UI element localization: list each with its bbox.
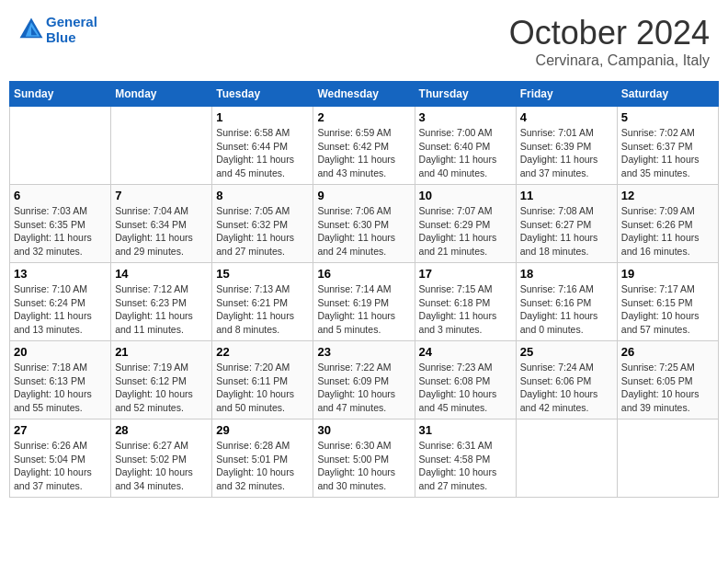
day-number: 20: [14, 345, 107, 359]
logo: General Blue: [18, 14, 97, 45]
page-header: General Blue October 2024 Cervinara, Cam…: [9, 9, 719, 74]
day-info: Sunrise: 7:24 AMSunset: 6:06 PMDaylight:…: [520, 361, 613, 415]
weekday-header: Saturday: [617, 82, 718, 107]
day-info: Sunrise: 7:04 AMSunset: 6:34 PMDaylight:…: [115, 204, 208, 259]
day-info: Sunrise: 7:07 AMSunset: 6:29 PMDaylight:…: [419, 204, 512, 259]
day-info: Sunrise: 7:01 AMSunset: 6:39 PMDaylight:…: [520, 126, 613, 180]
title-section: October 2024 Cervinara, Campania, Italy: [509, 14, 710, 69]
day-number: 9: [317, 189, 410, 202]
calendar-cell: [111, 107, 212, 185]
calendar-cell: 20Sunrise: 7:18 AMSunset: 6:13 PMDayligh…: [10, 341, 111, 419]
day-number: 24: [419, 345, 512, 359]
calendar-cell: 29Sunrise: 6:28 AMSunset: 5:01 PMDayligh…: [212, 419, 313, 498]
calendar-cell: 21Sunrise: 7:19 AMSunset: 6:12 PMDayligh…: [111, 341, 212, 419]
day-info: Sunrise: 7:16 AMSunset: 6:16 PMDaylight:…: [520, 282, 613, 337]
day-number: 13: [14, 267, 107, 281]
calendar-cell: 12Sunrise: 7:09 AMSunset: 6:26 PMDayligh…: [617, 185, 718, 263]
day-info: Sunrise: 7:25 AMSunset: 6:05 PMDaylight:…: [621, 361, 714, 415]
day-number: 10: [419, 189, 512, 202]
calendar-cell: 4Sunrise: 7:01 AMSunset: 6:39 PMDaylight…: [516, 107, 617, 185]
weekday-header: Sunday: [10, 82, 111, 107]
calendar-cell: 2Sunrise: 6:59 AMSunset: 6:42 PMDaylight…: [313, 107, 415, 185]
calendar-cell: 22Sunrise: 7:20 AMSunset: 6:11 PMDayligh…: [212, 341, 313, 419]
calendar-cell: 1Sunrise: 6:58 AMSunset: 6:44 PMDaylight…: [212, 107, 313, 185]
day-number: 11: [520, 189, 613, 202]
weekday-header: Tuesday: [212, 82, 313, 107]
day-info: Sunrise: 7:06 AMSunset: 6:30 PMDaylight:…: [317, 204, 410, 259]
day-info: Sunrise: 7:03 AMSunset: 6:35 PMDaylight:…: [14, 204, 107, 259]
month-title: October 2024: [509, 14, 710, 52]
day-number: 7: [115, 189, 208, 202]
calendar-cell: 3Sunrise: 7:00 AMSunset: 6:40 PMDaylight…: [415, 107, 516, 185]
calendar-cell: [516, 419, 617, 498]
day-info: Sunrise: 6:26 AMSunset: 5:04 PMDaylight:…: [14, 439, 107, 493]
day-number: 21: [115, 345, 208, 359]
day-info: Sunrise: 7:05 AMSunset: 6:32 PMDaylight:…: [216, 204, 309, 259]
day-number: 8: [216, 189, 309, 202]
day-number: 29: [216, 423, 309, 437]
day-info: Sunrise: 7:14 AMSunset: 6:19 PMDaylight:…: [317, 282, 410, 337]
calendar-week-row: 6Sunrise: 7:03 AMSunset: 6:35 PMDaylight…: [10, 185, 719, 263]
calendar-table: SundayMondayTuesdayWednesdayThursdayFrid…: [9, 81, 719, 498]
calendar-cell: 25Sunrise: 7:24 AMSunset: 6:06 PMDayligh…: [516, 341, 617, 419]
calendar-cell: 8Sunrise: 7:05 AMSunset: 6:32 PMDaylight…: [212, 185, 313, 263]
calendar-cell: 13Sunrise: 7:10 AMSunset: 6:24 PMDayligh…: [10, 263, 111, 341]
calendar-cell: [617, 419, 718, 498]
calendar-cell: [10, 107, 111, 185]
day-info: Sunrise: 7:19 AMSunset: 6:12 PMDaylight:…: [115, 361, 208, 415]
day-number: 26: [621, 345, 714, 359]
day-number: 18: [520, 267, 613, 281]
calendar-header-row: SundayMondayTuesdayWednesdayThursdayFrid…: [10, 82, 719, 107]
day-info: Sunrise: 7:15 AMSunset: 6:18 PMDaylight:…: [419, 282, 512, 337]
calendar-week-row: 27Sunrise: 6:26 AMSunset: 5:04 PMDayligh…: [10, 419, 719, 498]
day-info: Sunrise: 6:28 AMSunset: 5:01 PMDaylight:…: [216, 439, 309, 493]
day-info: Sunrise: 7:10 AMSunset: 6:24 PMDaylight:…: [14, 282, 107, 337]
day-info: Sunrise: 7:09 AMSunset: 6:26 PMDaylight:…: [621, 204, 714, 259]
day-number: 14: [115, 267, 208, 281]
calendar-cell: 24Sunrise: 7:23 AMSunset: 6:08 PMDayligh…: [415, 341, 516, 419]
day-number: 12: [621, 189, 714, 202]
day-info: Sunrise: 6:30 AMSunset: 5:00 PMDaylight:…: [317, 439, 410, 493]
calendar-cell: 5Sunrise: 7:02 AMSunset: 6:37 PMDaylight…: [617, 107, 718, 185]
logo-text: General Blue: [46, 14, 97, 45]
calendar-cell: 17Sunrise: 7:15 AMSunset: 6:18 PMDayligh…: [415, 263, 516, 341]
calendar-cell: 14Sunrise: 7:12 AMSunset: 6:23 PMDayligh…: [111, 263, 212, 341]
day-info: Sunrise: 7:20 AMSunset: 6:11 PMDaylight:…: [216, 361, 309, 415]
day-info: Sunrise: 6:27 AMSunset: 5:02 PMDaylight:…: [115, 439, 208, 493]
day-info: Sunrise: 7:22 AMSunset: 6:09 PMDaylight:…: [317, 361, 410, 415]
day-info: Sunrise: 7:23 AMSunset: 6:08 PMDaylight:…: [419, 361, 512, 415]
day-number: 23: [317, 345, 410, 359]
day-number: 25: [520, 345, 613, 359]
calendar-cell: 26Sunrise: 7:25 AMSunset: 6:05 PMDayligh…: [617, 341, 718, 419]
day-info: Sunrise: 6:31 AMSunset: 4:58 PMDaylight:…: [419, 439, 512, 493]
day-number: 31: [419, 423, 512, 437]
day-number: 22: [216, 345, 309, 359]
logo-icon: [18, 17, 44, 42]
day-number: 15: [216, 267, 309, 281]
day-number: 3: [419, 110, 512, 124]
day-info: Sunrise: 7:02 AMSunset: 6:37 PMDaylight:…: [621, 126, 714, 180]
day-info: Sunrise: 7:17 AMSunset: 6:15 PMDaylight:…: [621, 282, 714, 337]
day-number: 1: [216, 110, 309, 124]
day-number: 30: [317, 423, 410, 437]
day-number: 27: [14, 423, 107, 437]
calendar-week-row: 13Sunrise: 7:10 AMSunset: 6:24 PMDayligh…: [10, 263, 719, 341]
calendar-cell: 31Sunrise: 6:31 AMSunset: 4:58 PMDayligh…: [415, 419, 516, 498]
calendar-cell: 9Sunrise: 7:06 AMSunset: 6:30 PMDaylight…: [313, 185, 415, 263]
day-info: Sunrise: 7:08 AMSunset: 6:27 PMDaylight:…: [520, 204, 613, 259]
calendar-cell: 23Sunrise: 7:22 AMSunset: 6:09 PMDayligh…: [313, 341, 415, 419]
weekday-header: Wednesday: [313, 82, 415, 107]
day-info: Sunrise: 7:12 AMSunset: 6:23 PMDaylight:…: [115, 282, 208, 337]
day-number: 19: [621, 267, 714, 281]
calendar-cell: 30Sunrise: 6:30 AMSunset: 5:00 PMDayligh…: [313, 419, 415, 498]
calendar-cell: 18Sunrise: 7:16 AMSunset: 6:16 PMDayligh…: [516, 263, 617, 341]
calendar-cell: 16Sunrise: 7:14 AMSunset: 6:19 PMDayligh…: [313, 263, 415, 341]
day-number: 2: [317, 110, 410, 124]
calendar-cell: 11Sunrise: 7:08 AMSunset: 6:27 PMDayligh…: [516, 185, 617, 263]
day-number: 6: [14, 189, 107, 202]
calendar-cell: 27Sunrise: 6:26 AMSunset: 5:04 PMDayligh…: [10, 419, 111, 498]
day-info: Sunrise: 7:00 AMSunset: 6:40 PMDaylight:…: [419, 126, 512, 180]
day-info: Sunrise: 7:13 AMSunset: 6:21 PMDaylight:…: [216, 282, 309, 337]
day-info: Sunrise: 6:58 AMSunset: 6:44 PMDaylight:…: [216, 126, 309, 180]
location: Cervinara, Campania, Italy: [509, 52, 710, 69]
